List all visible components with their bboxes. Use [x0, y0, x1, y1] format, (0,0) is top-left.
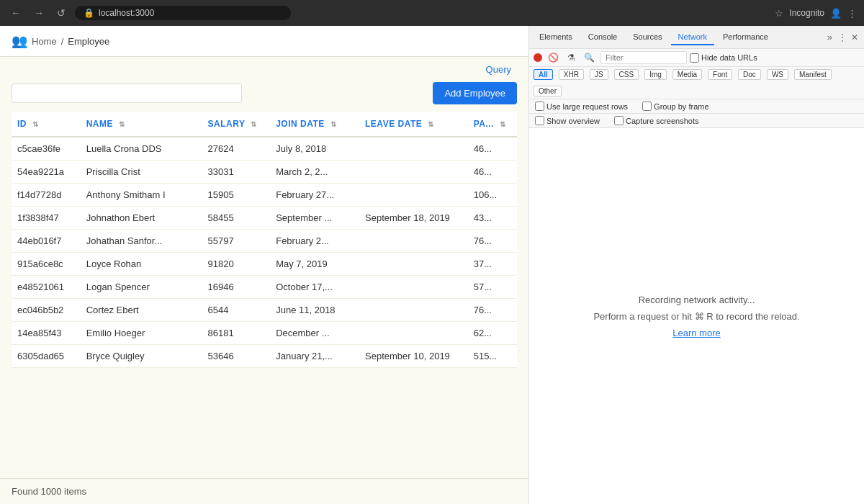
table-row[interactable]: f14d7728d Anthony Smitham I 15905 Februa… — [12, 184, 517, 207]
filter-toggle-button[interactable]: ⚗ — [564, 51, 578, 64]
search-input[interactable] — [12, 84, 242, 103]
cell-pa: 46... — [468, 137, 517, 161]
filter-img[interactable]: Img — [644, 69, 667, 80]
search-button[interactable]: 🔍 — [581, 51, 598, 64]
hide-data-urls-label[interactable]: Hide data URLs — [690, 53, 757, 63]
show-overview-checkbox[interactable] — [535, 116, 544, 125]
cell-salary: 6544 — [202, 299, 271, 322]
filter-manifest[interactable]: Manifest — [794, 69, 832, 80]
col-header-id[interactable]: ID ⇅ — [12, 112, 81, 137]
filter-media[interactable]: Media — [672, 69, 702, 80]
devtools-icons-right: ⋮ ✕ — [838, 32, 861, 42]
cell-join-date: October 17,... — [270, 276, 359, 299]
tab-sources[interactable]: Sources — [626, 30, 669, 45]
col-header-leave[interactable]: LEAVE DATE ⇅ — [359, 112, 468, 137]
group-by-frame-checkbox[interactable] — [642, 102, 652, 111]
group-by-frame-label[interactable]: Group by frame — [642, 102, 708, 111]
tab-network[interactable]: Network — [671, 30, 714, 45]
tab-elements[interactable]: Elements — [532, 30, 580, 45]
cell-leave-date — [359, 322, 468, 345]
cell-pa: 43... — [468, 207, 517, 230]
table-row[interactable]: e48521061 Logan Spencer 16946 October 17… — [12, 276, 517, 299]
cell-pa: 106... — [468, 184, 517, 207]
filter-xhr[interactable]: XHR — [559, 69, 584, 80]
col-header-name[interactable]: NAME ⇅ — [81, 112, 202, 137]
employees-icon: 👥 — [12, 33, 27, 49]
cell-pa: 515... — [468, 345, 517, 368]
col-header-join[interactable]: JOIN DATE ⇅ — [270, 112, 359, 137]
use-large-rows-checkbox[interactable] — [535, 102, 544, 111]
capture-screenshots-label[interactable]: Capture screenshots — [614, 116, 699, 125]
devtools-close-icon[interactable]: ✕ — [851, 32, 858, 42]
cell-leave-date — [359, 276, 468, 299]
search-row: Add Employee — [0, 82, 528, 112]
cell-id: 915a6ce8c — [12, 253, 81, 276]
cell-leave-date — [359, 161, 468, 184]
devtools-tabs: Elements Console Sources Network Perform… — [529, 26, 864, 49]
clear-button[interactable]: 🚫 — [545, 51, 562, 64]
more-tabs-icon[interactable]: » — [823, 30, 837, 44]
query-link[interactable]: Query — [486, 64, 511, 75]
devtools-options-row1: Use large request rows Group by frame — [529, 99, 864, 114]
filter-doc[interactable]: Doc — [738, 69, 761, 80]
cell-leave-date — [359, 253, 468, 276]
refresh-button[interactable]: ↺ — [53, 6, 69, 20]
cell-join-date: July 8, 2018 — [270, 137, 359, 161]
filter-ws[interactable]: WS — [767, 69, 788, 80]
learn-more-link[interactable]: Learn more — [672, 328, 720, 338]
table-row[interactable]: 1f3838f47 Johnathon Ebert 58455 Septembe… — [12, 207, 517, 230]
recording-line2: Perform a request or hit ⌘ R to record t… — [593, 311, 799, 322]
url-bar[interactable]: 🔒 localhost:3000 — [75, 6, 291, 20]
cell-join-date: May 7, 2019 — [270, 253, 359, 276]
record-stop-button[interactable] — [534, 53, 542, 62]
cell-salary: 27624 — [202, 137, 271, 161]
cell-pa: 62... — [468, 322, 517, 345]
filter-css[interactable]: CSS — [614, 69, 639, 80]
table-row[interactable]: ec046b5b2 Cortez Ebert 6544 June 11, 201… — [12, 299, 517, 322]
devtools-dock-icon[interactable]: ⋮ — [838, 32, 847, 42]
cell-name: Bryce Quigley — [81, 345, 202, 368]
cell-name: Luella Crona DDS — [81, 137, 202, 161]
cell-id: 44eb016f7 — [12, 230, 81, 253]
toolbar: Query — [0, 57, 528, 82]
filter-all[interactable]: All — [534, 69, 553, 80]
table-row[interactable]: 6305dad65 Bryce Quigley 53646 January 21… — [12, 345, 517, 368]
forward-button[interactable]: → — [30, 6, 48, 20]
col-header-salary[interactable]: SALARY ⇅ — [202, 112, 271, 137]
table-row[interactable]: c5cae36fe Luella Crona DDS 27624 July 8,… — [12, 137, 517, 161]
filter-input[interactable] — [600, 51, 687, 64]
add-employee-button[interactable]: Add Employee — [433, 82, 517, 104]
hide-data-urls-checkbox[interactable] — [690, 53, 699, 63]
app-area: 👥 Home / Employee Query Add Employee ID … — [0, 26, 529, 504]
cell-name: Johathan Sanfor... — [81, 230, 202, 253]
use-large-rows-label[interactable]: Use large request rows — [535, 102, 628, 111]
menu-icon[interactable]: ⋮ — [847, 8, 857, 19]
cell-id: 1f3838f47 — [12, 207, 81, 230]
cell-name: Cortez Ebert — [81, 299, 202, 322]
col-header-pa[interactable]: PA... ⇅ — [468, 112, 517, 137]
tab-console[interactable]: Console — [581, 30, 624, 45]
cell-id: c5cae36fe — [12, 137, 81, 161]
tab-performance[interactable]: Performance — [716, 30, 775, 45]
breadcrumb-current: Employee — [68, 36, 109, 47]
filter-font[interactable]: Font — [708, 69, 732, 80]
star-icon[interactable]: ☆ — [775, 8, 783, 19]
capture-screenshots-checkbox[interactable] — [614, 116, 624, 125]
filter-other[interactable]: Other — [534, 86, 562, 96]
table-row[interactable]: 54ea9221a Priscilla Crist 33031 March 2,… — [12, 161, 517, 184]
cell-name: Anthony Smitham I — [81, 184, 202, 207]
table-row[interactable]: 14ea85f43 Emilio Hoeger 86181 December .… — [12, 322, 517, 345]
cell-leave-date: September 18, 2019 — [359, 207, 468, 230]
back-button[interactable]: ← — [7, 6, 24, 20]
table-row[interactable]: 44eb016f7 Johathan Sanfor... 55797 Febru… — [12, 230, 517, 253]
table-row[interactable]: 915a6ce8c Loyce Rohan 91820 May 7, 2019 … — [12, 253, 517, 276]
home-link[interactable]: Home — [32, 36, 57, 47]
cell-salary: 16946 — [202, 276, 271, 299]
cell-id: 6305dad65 — [12, 345, 81, 368]
table-footer: Found 1000 items — [0, 478, 528, 504]
filter-js[interactable]: JS — [590, 69, 608, 80]
show-overview-label[interactable]: Show overview — [535, 116, 600, 125]
profile-icon[interactable]: 👤 — [830, 8, 842, 19]
cell-name: Emilio Hoeger — [81, 322, 202, 345]
cell-leave-date — [359, 137, 468, 161]
